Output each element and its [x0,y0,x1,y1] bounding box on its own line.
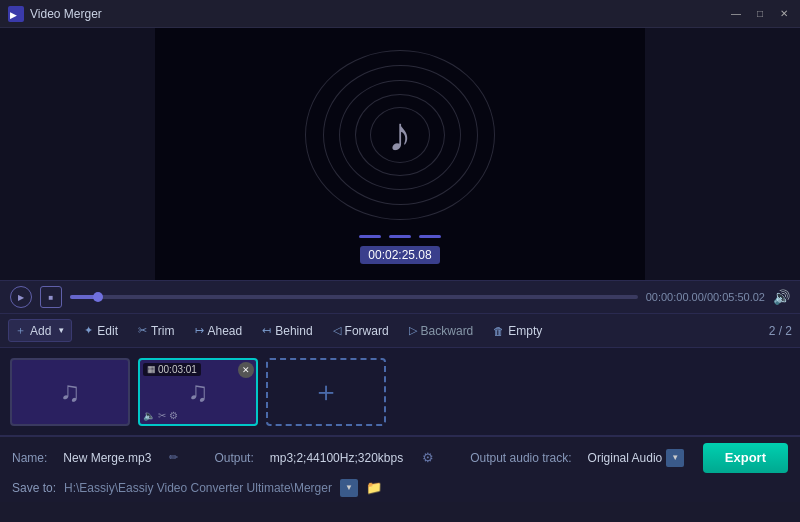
music-note-icon: ♪ [388,107,412,162]
add-button[interactable]: ＋ Add ▼ [8,319,72,342]
audio-track-label: Output audio track: [470,451,571,465]
output-value: mp3;2;44100Hz;320kbps [270,451,403,465]
name-value: New Merge.mp3 [63,451,151,465]
forward-icon: ◁ [333,324,341,337]
forward-button[interactable]: ◁ Forward [325,320,397,342]
seek-handle[interactable] [93,292,103,302]
dash-2 [389,235,411,238]
maximize-button[interactable]: □ [752,6,768,22]
stop-button[interactable]: ■ [40,286,62,308]
seek-bar[interactable] [70,295,638,299]
clip-2-controls: 🔈 ✂ ⚙ [143,410,178,421]
title-bar-left: ▶ Video Merger [8,6,102,22]
export-button[interactable]: Export [703,443,788,473]
clip-1-music-icon: ♫ [60,376,81,408]
output-label: Output: [214,451,253,465]
backward-icon: ▷ [409,324,417,337]
bottom-row1: Name: New Merge.mp3 ✏ Output: mp3;2;4410… [12,443,788,473]
backward-button[interactable]: ▷ Backward [401,320,482,342]
video-canvas: ♪ 00:02:25.08 [155,28,645,280]
edit-button[interactable]: ✦ Edit [76,320,126,342]
save-path: H:\Eassiy\Eassiy Video Converter Ultimat… [64,481,332,495]
behind-icon: ↤ [262,324,271,337]
clip-add-icon: ＋ [312,373,340,411]
page-counter: 2 / 2 [769,324,792,338]
audio-track-value: Original Audio [588,451,663,465]
rings-container: ♪ [300,45,500,225]
volume-small-icon: 🔈 [143,410,155,421]
film-icon: ▦ [147,364,156,374]
scissors-icon: ✂ [138,324,147,337]
dash-3 [419,235,441,238]
audio-track-select-wrapper: Original Audio ▼ [588,449,685,467]
app-title: Video Merger [30,7,102,21]
svg-text:▶: ▶ [10,10,17,20]
app-icon: ▶ [8,6,24,22]
plus-icon: ＋ [15,323,26,338]
folder-icon[interactable]: 📁 [366,480,382,495]
trash-icon: 🗑 [493,325,504,337]
bottom-bar: Name: New Merge.mp3 ✏ Output: mp3;2;4410… [0,436,800,502]
settings-small-icon: ⚙ [169,410,178,421]
scissors-small-icon: ✂ [158,410,166,421]
time-display: 00:02:25.08 [360,246,439,264]
save-path-dropdown[interactable]: ▼ [340,479,358,497]
audio-track-dropdown[interactable]: ▼ [666,449,684,467]
output-settings-icon[interactable]: ⚙ [422,450,434,465]
clip-2[interactable]: ♫ ▦ 00:03:01 ✕ 🔈 ✂ ⚙ [138,358,258,426]
clip-1[interactable]: ♫ [10,358,130,426]
preview-area: ♪ 00:02:25.08 [0,28,800,280]
save-label: Save to: [12,481,56,495]
empty-button[interactable]: 🗑 Empty [485,320,550,342]
close-button[interactable]: ✕ [776,6,792,22]
behind-button[interactable]: ↤ Behind [254,320,320,342]
minimize-button[interactable]: — [728,6,744,22]
playback-bar: ▶ ■ 00:00:00.00/00:05:50.02 🔊 [0,280,800,314]
title-bar: ▶ Video Merger — □ ✕ [0,0,800,28]
name-label: Name: [12,451,47,465]
clip-2-duration: ▦ 00:03:01 [143,363,201,376]
timeline-area: ♫ ♫ ▦ 00:03:01 ✕ 🔈 ✂ ⚙ ＋ [0,348,800,436]
play-button[interactable]: ▶ [10,286,32,308]
volume-icon[interactable]: 🔊 [773,289,790,305]
add-caret-icon: ▼ [57,326,65,335]
clip-2-close-button[interactable]: ✕ [238,362,254,378]
dash-1 [359,235,381,238]
preview-right-panel [645,28,800,280]
ahead-icon: ↦ [195,324,204,337]
bottom-row2: Save to: H:\Eassiy\Eassiy Video Converte… [12,479,788,497]
time-counter: 00:00:00.00/00:05:50.02 [646,291,765,303]
toolbar: ＋ Add ▼ ✦ Edit ✂ Trim ↦ Ahead ↤ Behind ◁… [0,314,800,348]
name-edit-icon[interactable]: ✏ [169,451,178,464]
clip-2-music-icon: ♫ [188,376,209,408]
trim-button[interactable]: ✂ Trim [130,320,183,342]
preview-left-panel [0,28,155,280]
ahead-button[interactable]: ↦ Ahead [187,320,251,342]
window-controls: — □ ✕ [728,6,792,22]
dash-line [359,235,441,238]
clip-add-placeholder[interactable]: ＋ [266,358,386,426]
magic-icon: ✦ [84,324,93,337]
